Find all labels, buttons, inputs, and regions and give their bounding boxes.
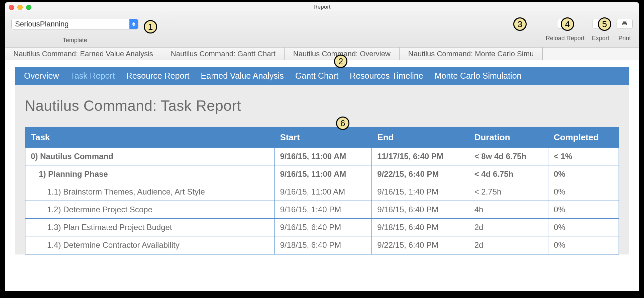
- start-cell: 9/16/15, 11:00 AM: [275, 183, 372, 201]
- table-row: 1.3) Plan Estimated Project Budget9/16/1…: [25, 219, 619, 236]
- completed-cell: < 1%: [548, 148, 619, 165]
- tab-earned-value[interactable]: Nautilus Command: Earned Value Analysis: [5, 48, 162, 60]
- nav-resources-timeline[interactable]: Resources Timeline: [350, 71, 423, 81]
- end-cell: 9/22/15, 6:40 PM: [372, 165, 469, 183]
- completed-cell: 0%: [548, 219, 619, 236]
- task-table: TaskStartEndDurationCompleted 0) Nautilu…: [25, 127, 619, 254]
- annotation-6: 6: [336, 117, 349, 130]
- end-cell: 9/16/15, 6:40 PM: [372, 201, 469, 219]
- window-title: Report: [313, 4, 330, 10]
- completed-cell: 0%: [548, 183, 619, 201]
- annotation-5: 5: [598, 17, 611, 31]
- end-cell: 9/18/15, 6:40 PM: [372, 219, 469, 236]
- table-row: 1.1) Brainstorm Themes, Audience, Art St…: [25, 183, 619, 201]
- start-cell: 9/18/15, 6:40 PM: [275, 236, 372, 254]
- duration-cell: < 8w 4d 6.75h: [469, 148, 548, 165]
- completed-cell: 0%: [548, 201, 619, 219]
- table-row: 1.2) Determine Project Scope9/16/15, 1:4…: [25, 201, 619, 219]
- start-cell: 9/16/15, 6:40 PM: [275, 219, 372, 236]
- annotation-4: 4: [561, 17, 574, 31]
- duration-cell: < 2.75h: [469, 183, 548, 201]
- col-duration: Duration: [469, 127, 548, 148]
- report-title: Nautilus Command: Task Report: [25, 97, 619, 114]
- duration-cell: 2d: [469, 236, 548, 254]
- task-cell: 1.4) Determine Contractor Availability: [25, 236, 275, 254]
- annotation-2: 2: [334, 55, 347, 68]
- print-label: Print: [618, 35, 631, 42]
- start-cell: 9/16/15, 1:40 PM: [275, 201, 372, 219]
- titlebar: Report: [5, 2, 639, 11]
- table-row: 0) Nautilus Command9/16/15, 11:00 AM11/1…: [25, 148, 619, 165]
- svg-rect-0: [623, 21, 627, 23]
- template-select-value: SeriousPlanning: [15, 20, 69, 28]
- content-area: OverviewTask ReportResource ReportEarned…: [5, 60, 639, 291]
- svg-rect-2: [623, 24, 626, 26]
- end-cell: 9/16/15, 1:40 PM: [372, 183, 469, 201]
- start-cell: 9/16/15, 11:00 AM: [275, 148, 372, 165]
- template-label: Template: [11, 37, 138, 44]
- col-task: Task: [25, 127, 275, 148]
- export-label: Export: [592, 35, 609, 42]
- report-nav: OverviewTask ReportResource ReportEarned…: [15, 67, 629, 85]
- annotation-1: 1: [144, 20, 157, 33]
- nav-overview[interactable]: Overview: [24, 71, 59, 81]
- minimize-icon[interactable]: [17, 5, 23, 10]
- duration-cell: < 4d 6.75h: [469, 165, 548, 183]
- col-end: End: [372, 127, 469, 148]
- chevron-up-down-icon: [129, 19, 138, 29]
- print-icon: [621, 21, 628, 27]
- window-controls: [9, 5, 31, 10]
- reload-label: Reload Report: [546, 35, 584, 42]
- col-completed: Completed: [548, 127, 619, 148]
- duration-cell: 2d: [469, 219, 548, 236]
- task-cell: 1.2) Determine Project Scope: [25, 201, 275, 219]
- task-cell: 1.1) Brainstorm Themes, Audience, Art St…: [25, 183, 275, 201]
- close-icon[interactable]: [9, 5, 14, 10]
- nav-earned-value-analysis[interactable]: Earned Value Analysis: [201, 71, 284, 81]
- zoom-icon[interactable]: [26, 5, 31, 10]
- task-cell: 1.3) Plan Estimated Project Budget: [25, 219, 275, 236]
- nav-monte-carlo-simulation[interactable]: Monte Carlo Simulation: [435, 71, 522, 81]
- tab-gantt[interactable]: Nautilus Command: Gantt Chart: [162, 48, 285, 60]
- toolbar: SeriousPlanning Template Reload Report E…: [5, 11, 639, 48]
- nav-task-report[interactable]: Task Report: [70, 71, 115, 81]
- start-cell: 9/16/15, 11:00 AM: [275, 165, 372, 183]
- task-cell: 1) Planning Phase: [25, 165, 275, 183]
- duration-cell: 4h: [469, 201, 548, 219]
- template-select[interactable]: SeriousPlanning: [11, 19, 138, 29]
- tab-monte-carlo[interactable]: Nautilus Command: Monte Carlo Simu: [400, 48, 543, 60]
- print-button[interactable]: [617, 19, 633, 29]
- document-tabs: Nautilus Command: Earned Value Analysis …: [5, 48, 639, 60]
- col-start: Start: [275, 127, 372, 148]
- table-row: 1) Planning Phase9/16/15, 11:00 AM9/22/1…: [25, 165, 619, 183]
- report-area: OverviewTask ReportResource ReportEarned…: [15, 67, 629, 254]
- completed-cell: 0%: [548, 165, 619, 183]
- nav-resource-report[interactable]: Resource Report: [126, 71, 190, 81]
- annotation-3: 3: [513, 17, 527, 31]
- end-cell: 9/22/15, 6:40 PM: [372, 236, 469, 254]
- table-row: 1.4) Determine Contractor Availability9/…: [25, 236, 619, 254]
- completed-cell: 0%: [548, 236, 619, 254]
- report-body: Nautilus Command: Task Report TaskStartE…: [15, 85, 629, 254]
- nav-gantt-chart[interactable]: Gantt Chart: [295, 71, 338, 81]
- task-cell: 0) Nautilus Command: [25, 148, 275, 165]
- report-window: Report SeriousPlanning Template Reload R…: [5, 2, 639, 291]
- end-cell: 11/17/15, 6:40 PM: [372, 148, 469, 165]
